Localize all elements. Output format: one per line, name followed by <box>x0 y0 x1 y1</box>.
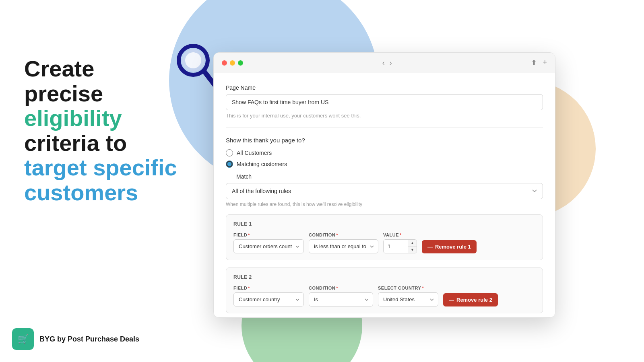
rule-1-value-group: VALUE* ▲ ▼ <box>383 232 417 253</box>
radio-matching-customers[interactable]: Matching customers <box>226 160 543 168</box>
rule-2-box: RULE 2 FIELD* Customer orders count Cust… <box>226 267 543 313</box>
rule-1-condition-group: CONDITION* is less than or equal to is g… <box>309 232 378 253</box>
svg-point-2 <box>185 52 201 68</box>
hero-line2: precise <box>24 81 103 106</box>
rule-1-condition-label: CONDITION* <box>309 232 378 237</box>
rule-1-value-label: VALUE* <box>383 232 417 237</box>
add-tab-button[interactable]: + <box>543 58 547 67</box>
remove-rule-1-label: Remove rule 1 <box>435 244 471 250</box>
rule-1-field-select[interactable]: Customer orders count Customer country C… <box>233 239 304 253</box>
radio-matching-label: Matching customers <box>237 161 287 167</box>
branding: 🛒 BYG by Post Purchase Deals <box>12 328 139 350</box>
match-label: Match <box>236 173 543 180</box>
rule-2-condition-label: CONDITION* <box>309 286 373 290</box>
radio-all-customers[interactable]: All Customers <box>226 149 543 156</box>
hero-section: Create precise eligibility criteria to t… <box>24 56 177 205</box>
hero-line4: criteria to <box>24 130 127 156</box>
rule-1-field-label: FIELD* <box>233 232 304 237</box>
remove-rule-1-icon: — <box>427 244 433 250</box>
hero-line5: target specific <box>24 155 177 180</box>
hero-line3: eligibility <box>24 105 122 131</box>
remove-rule-2-label: Remove rule 2 <box>456 297 492 303</box>
rule-2-country-label: SELECT COUNTRY* <box>378 286 438 290</box>
dot-green-traffic[interactable] <box>238 60 243 66</box>
share-button[interactable]: ⬆ <box>531 58 537 67</box>
rule-2-condition-group: CONDITION* Is Is not <box>309 286 373 306</box>
rule-2-fields-row: FIELD* Customer orders count Customer co… <box>233 286 535 306</box>
page-name-section: Page Name This is for your internal use,… <box>226 84 543 119</box>
hero-line6: customers <box>24 180 138 205</box>
remove-rule-2-button[interactable]: — Remove rule 2 <box>443 293 498 306</box>
rule-1-box: RULE 1 FIELD* Customer orders count Cust… <box>226 214 543 260</box>
rule-1-field-group: FIELD* Customer orders count Customer co… <box>233 232 304 253</box>
remove-rule-1-button[interactable]: — Remove rule 1 <box>422 240 477 253</box>
back-button[interactable]: ‹ <box>382 59 385 67</box>
browser-content: Page Name This is for your internal use,… <box>214 73 555 318</box>
branding-icon: 🛒 <box>12 328 34 350</box>
rule-2-title: RULE 2 <box>233 274 535 280</box>
dot-red[interactable] <box>222 60 227 66</box>
rule-2-country-group: SELECT COUNTRY* United States Canada Uni… <box>378 286 438 306</box>
rule-1-spinners: ▲ ▼ <box>408 240 417 253</box>
hero-line1: Create <box>24 56 94 81</box>
rule-1-fields-row: FIELD* Customer orders count Customer co… <box>233 232 535 253</box>
rule-1-value-wrapper: ▲ ▼ <box>383 239 417 253</box>
radio-matching-input[interactable] <box>226 160 233 168</box>
browser-actions: ⬆ + <box>531 58 547 67</box>
show-to-section: Show this thank you page to? All Custome… <box>226 137 543 318</box>
forward-button[interactable]: › <box>390 59 392 67</box>
rule-2-field-group: FIELD* Customer orders count Customer co… <box>233 286 304 306</box>
branding-label: BYG by Post Purchase Deals <box>39 335 139 343</box>
page-name-label: Page Name <box>226 84 543 91</box>
page-name-hint: This is for your internal use, your cust… <box>226 113 543 119</box>
radio-all-input[interactable] <box>226 149 233 156</box>
remove-rule-2-icon: — <box>449 297 454 303</box>
radio-all-label: All Customers <box>237 150 272 156</box>
rule-1-spin-down[interactable]: ▼ <box>408 247 417 253</box>
rule-1-value-input[interactable] <box>384 240 408 253</box>
rule-1-condition-select[interactable]: is less than or equal to is greater than… <box>309 239 378 253</box>
match-hint: When multiple rules are found, this is h… <box>226 202 543 207</box>
match-select[interactable]: All of the following rules Any of the fo… <box>226 183 543 199</box>
rule-2-condition-select[interactable]: Is Is not <box>309 292 373 306</box>
rule-1-title: RULE 1 <box>233 221 535 227</box>
show-to-label: Show this thank you page to? <box>226 137 543 144</box>
rule-2-field-label: FIELD* <box>233 286 304 290</box>
rule-1-spin-up[interactable]: ▲ <box>408 240 417 247</box>
browser-toolbar: ‹ › ⬆ + <box>214 53 555 73</box>
rule-2-country-select[interactable]: United States Canada United Kingdom Aust… <box>378 292 438 306</box>
browser-nav: ‹ › <box>382 59 392 67</box>
browser-dots <box>222 60 243 66</box>
rule-2-field-select[interactable]: Customer orders count Customer country C… <box>233 292 304 306</box>
page-name-input[interactable] <box>226 94 543 110</box>
browser-window: ‹ › ⬆ + Page Name This is for your inter… <box>213 52 555 318</box>
dot-yellow[interactable] <box>230 60 235 66</box>
